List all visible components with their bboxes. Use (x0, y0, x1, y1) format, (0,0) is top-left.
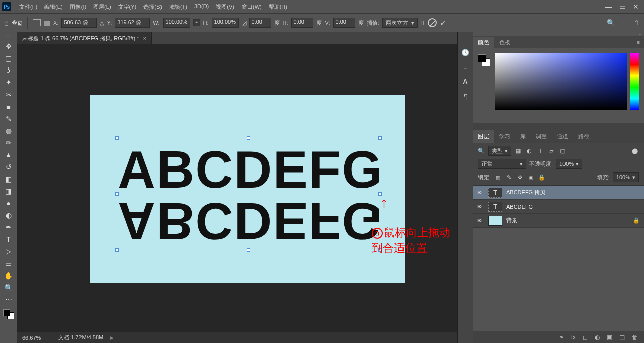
tab-libraries[interactable]: 库 (515, 130, 531, 143)
tab-swatches[interactable]: 色板 (494, 37, 515, 48)
visibility-icon[interactable]: 👁 (477, 204, 484, 210)
search-icon[interactable]: 🔍 (607, 19, 615, 27)
cancel-transform-button[interactable] (428, 18, 437, 27)
lock-image-icon[interactable]: ✎ (505, 174, 513, 181)
lock-all-icon[interactable]: 🔒 (538, 174, 546, 181)
rotate-input[interactable]: 0.00 (249, 18, 271, 28)
layer-row[interactable]: 👁 背景 🔒 (473, 214, 644, 228)
layer-name[interactable]: 背景 (506, 217, 517, 224)
pen-tool[interactable]: ✒ (2, 222, 15, 233)
tab-adjustments[interactable]: 调整 (531, 130, 552, 143)
handle-bm[interactable] (247, 248, 250, 252)
interp-select[interactable]: 两次立方▾ (382, 18, 418, 28)
vskew-input[interactable]: 0.00 (333, 18, 355, 28)
x-input[interactable]: 506.63 像 (61, 18, 97, 28)
marquee-tool[interactable]: ▢ (2, 53, 15, 64)
healing-tool[interactable]: ◍ (2, 125, 15, 136)
close-button[interactable]: ✕ (633, 3, 639, 11)
path-select-tool[interactable]: ▷ (2, 246, 15, 257)
new-layer-icon[interactable]: ◫ (619, 334, 625, 341)
info-menu-icon[interactable]: ▶ (110, 335, 114, 340)
layer-style-icon[interactable]: fx (571, 334, 576, 341)
menu-type[interactable]: 文字(Y) (115, 2, 140, 12)
lock-pos-icon[interactable]: ✥ (516, 174, 524, 181)
stamp-tool[interactable]: ▲ (2, 149, 15, 160)
menu-image[interactable]: 图像(I) (67, 2, 89, 12)
blur-tool[interactable]: ● (2, 198, 15, 209)
lock-artboard-icon[interactable]: ▣ (527, 174, 535, 181)
eyedropper-tool[interactable]: ✎ (2, 113, 15, 124)
handle-ml[interactable] (115, 192, 119, 196)
character-panel-icon[interactable]: A (463, 78, 467, 85)
zoom-level[interactable]: 66.67% (22, 335, 51, 341)
hskew-input[interactable]: 0.00 (291, 18, 313, 28)
color-swatch[interactable] (2, 308, 15, 320)
menu-filter[interactable]: 滤镜(T) (166, 2, 190, 12)
color-picker[interactable] (495, 53, 627, 110)
group-icon[interactable]: ▣ (607, 334, 612, 341)
menu-help[interactable]: 帮助(H) (266, 2, 290, 12)
delete-layer-icon[interactable]: 🗑 (632, 334, 638, 341)
menu-layer[interactable]: 图层(L) (90, 2, 114, 12)
blend-mode-select[interactable]: 正常▾ (478, 159, 526, 169)
shape-tool[interactable]: ▭ (2, 258, 15, 269)
fill-input[interactable]: 100%▾ (613, 172, 639, 182)
w-input[interactable]: 100.00% (163, 18, 190, 28)
tab-channels[interactable]: 通道 (552, 130, 573, 143)
handle-bl[interactable] (115, 248, 119, 252)
filter-type-icon[interactable]: T (536, 148, 544, 154)
brush-tool[interactable]: ✏ (2, 137, 15, 148)
history-panel-icon[interactable]: 🕓 (461, 49, 469, 56)
filter-toggle-icon[interactable]: ⬤ (631, 148, 639, 154)
menu-file[interactable]: 文件(F) (16, 2, 40, 12)
delta-icon[interactable]: △ (100, 20, 104, 26)
layer-name[interactable]: ABCDEFG 拷贝 (506, 189, 545, 196)
handle-tl[interactable] (115, 136, 119, 140)
home-icon[interactable]: ⌂ (4, 19, 9, 27)
opacity-input[interactable]: 100%▾ (556, 159, 582, 169)
menu-edit[interactable]: 编辑(E) (41, 2, 66, 12)
tab-layers[interactable]: 图层 (473, 130, 494, 143)
tab-paths[interactable]: 路径 (573, 130, 594, 143)
frame-tool[interactable]: ▣ (2, 101, 15, 112)
lock-trans-icon[interactable]: ▨ (494, 174, 502, 181)
minimize-button[interactable]: — (605, 3, 612, 11)
filter-adj-icon[interactable]: ◐ (525, 148, 533, 154)
canvas-area[interactable]: ABCDEFG ABCDEFG ↑ 9鼠标向上拖动 到合适位置 (17, 44, 457, 332)
warp-icon[interactable]: ⌗ (421, 19, 425, 27)
layer-mask-icon[interactable]: ◻ (583, 334, 588, 341)
gradient-tool[interactable]: ◨ (2, 186, 15, 197)
history-brush-tool[interactable]: ↺ (2, 161, 15, 173)
paragraph-panel-icon[interactable]: ¶ (464, 93, 467, 100)
ref-grid-icon[interactable]: ▦ (44, 19, 50, 27)
edit-toolbar[interactable]: ⋯ (2, 294, 15, 305)
filter-pixel-icon[interactable]: ▦ (514, 148, 522, 154)
filter-smart-icon[interactable]: ▢ (558, 148, 567, 154)
wand-tool[interactable]: ✦ (2, 77, 15, 88)
menu-3d[interactable]: 3D(D) (191, 2, 212, 12)
panel-menu-icon[interactable]: ≡ (637, 39, 644, 45)
transform-bounds[interactable] (117, 138, 380, 250)
properties-panel-icon[interactable]: ≡ (463, 63, 467, 71)
workspace-icon[interactable]: ▥ (621, 19, 628, 27)
filter-search-icon[interactable]: 🔍 (478, 148, 485, 154)
document-tab[interactable]: 未标题-1 @ 66.7% (ABCDEFG 拷贝, RGB/8#) * × (17, 32, 152, 44)
handle-tr[interactable] (378, 136, 382, 140)
layer-name[interactable]: ABCDEFG (506, 204, 533, 210)
handle-tm[interactable] (247, 136, 250, 140)
lasso-tool[interactable]: ʖ (2, 65, 15, 76)
transform-icon[interactable]: �⬕ (12, 20, 22, 26)
zoom-tool[interactable]: 🔍 (2, 282, 15, 293)
menu-window[interactable]: 窗口(W) (238, 2, 265, 12)
adjustment-layer-icon[interactable]: ◐ (595, 334, 600, 341)
commit-transform-button[interactable]: ✓ (440, 18, 446, 28)
hue-slider[interactable] (630, 53, 639, 110)
visibility-icon[interactable]: 👁 (477, 190, 484, 196)
dodge-tool[interactable]: ◐ (2, 210, 15, 221)
visibility-icon[interactable]: 👁 (477, 218, 484, 224)
filter-kind-select[interactable]: 类型▾ (488, 146, 511, 156)
crop-tool[interactable]: ✂ (2, 89, 15, 100)
layer-row[interactable]: 👁 T ABCDEFG 拷贝 (473, 186, 644, 200)
menu-select[interactable]: 选择(S) (140, 2, 165, 12)
fg-bg-swatch[interactable] (478, 53, 492, 123)
